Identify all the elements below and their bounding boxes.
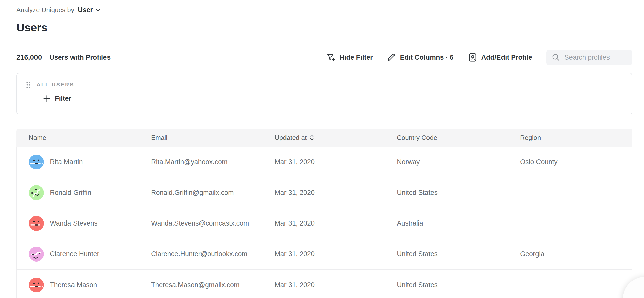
avatar — [29, 185, 44, 200]
edit-columns-button[interactable]: Edit Columns · 6 — [387, 53, 453, 62]
analyze-uniques-dropdown[interactable]: User — [78, 6, 101, 14]
user-email: Wanda.Stevens@comcastx.com — [151, 219, 275, 227]
stats-row: 216,000 Users with Profiles — [16, 50, 111, 65]
user-name: Wanda Stevens — [50, 219, 98, 227]
analyze-uniques-label: Analyze Uniques by — [16, 6, 74, 14]
search-box — [546, 50, 632, 65]
user-email: Clarence.Hunter@outlookx.com — [151, 250, 275, 258]
avatar — [29, 247, 44, 262]
user-country-code: Norway — [397, 158, 520, 166]
profile-card-icon — [468, 53, 477, 62]
user-name: Clarence Hunter — [50, 250, 99, 258]
table-row[interactable]: Ronald Griffin Ronald.Griffin@gmailx.com… — [17, 177, 632, 208]
table-body: Rita Martin Rita.Martin@yahoox.com Mar 3… — [16, 147, 632, 298]
profile-count-label: Users with Profiles — [49, 54, 111, 61]
column-header-name[interactable]: Name — [16, 134, 151, 142]
edit-columns-label: Edit Columns · 6 — [400, 54, 453, 61]
chevron-down-icon — [95, 8, 101, 12]
user-updated-at: Mar 31, 2020 — [275, 250, 397, 258]
profiles-table: Name Email Updated at Country Code Regio… — [16, 129, 632, 298]
column-header-country-code[interactable]: Country Code — [397, 134, 520, 142]
avatar — [29, 155, 44, 169]
user-updated-at: Mar 31, 2020 — [275, 189, 397, 197]
add-filter-button[interactable]: Filter — [43, 95, 71, 102]
plus-icon — [43, 95, 51, 102]
add-filter-label: Filter — [55, 95, 71, 102]
user-name: Rita Martin — [50, 158, 83, 166]
analyze-uniques-value: User — [78, 6, 93, 14]
page-title: Users — [16, 21, 47, 34]
sort-chevrons-icon[interactable] — [310, 134, 314, 141]
user-country-code: United States — [397, 281, 520, 289]
search-input[interactable] — [564, 54, 627, 61]
analyze-uniques-row: Analyze Uniques by User — [16, 6, 101, 14]
table-row[interactable]: Theresa Mason Theresa.Mason@gmailx.com M… — [17, 270, 632, 298]
table-row[interactable]: Wanda Stevens Wanda.Stevens@comcastx.com… — [17, 208, 632, 239]
table-row[interactable]: Rita Martin Rita.Martin@yahoox.com Mar 3… — [17, 147, 632, 177]
hide-filter-label: Hide Filter — [339, 54, 373, 61]
user-email: Theresa.Mason@gmailx.com — [151, 281, 275, 289]
avatar — [29, 278, 44, 292]
add-edit-profile-button[interactable]: Add/Edit Profile — [468, 53, 532, 62]
profile-count: 216,000 — [16, 53, 42, 61]
user-region: Oslo County — [520, 158, 632, 166]
column-header-email[interactable]: Email — [151, 134, 275, 142]
table-row[interactable]: Clarence Hunter Clarence.Hunter@outlookx… — [17, 239, 632, 270]
user-country-code: Australia — [397, 219, 520, 227]
avatar — [29, 216, 44, 231]
column-header-updated-at[interactable]: Updated at — [275, 134, 397, 142]
user-country-code: United States — [397, 250, 520, 258]
funnel-plus-icon — [326, 53, 335, 62]
toolbar: Hide Filter Edit Columns · 6 Add/Edit Pr… — [326, 50, 632, 65]
user-country-code: United States — [397, 189, 520, 197]
search-icon — [552, 53, 560, 61]
column-header-region[interactable]: Region — [520, 134, 632, 142]
user-name: Theresa Mason — [50, 281, 97, 289]
hide-filter-button[interactable]: Hide Filter — [326, 53, 373, 62]
filter-group-label: ALL USERS — [37, 82, 74, 88]
user-email: Rita.Martin@yahoox.com — [151, 158, 275, 166]
user-updated-at: Mar 31, 2020 — [275, 219, 397, 227]
table-header: Name Email Updated at Country Code Regio… — [16, 129, 632, 147]
user-email: Ronald.Griffin@gmailx.com — [151, 189, 275, 197]
users-page: Analyze Uniques by User Users 216,000 Us… — [0, 0, 644, 298]
add-edit-profile-label: Add/Edit Profile — [481, 54, 532, 61]
filter-panel: ALL USERS Filter — [16, 73, 632, 114]
user-updated-at: Mar 31, 2020 — [275, 281, 397, 289]
pencil-icon — [387, 53, 396, 62]
user-region: Georgia — [520, 250, 632, 258]
user-updated-at: Mar 31, 2020 — [275, 158, 397, 166]
drag-handle-icon[interactable] — [26, 81, 31, 89]
user-name: Ronald Griffin — [50, 189, 91, 197]
